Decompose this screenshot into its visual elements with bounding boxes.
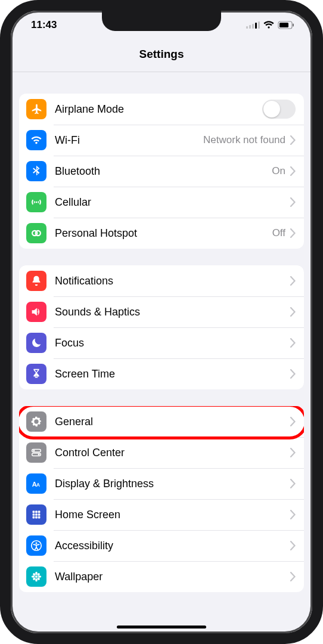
display-label: Display & Brightness xyxy=(55,478,290,490)
cellular-icon xyxy=(26,192,46,212)
bluetooth-detail: On xyxy=(272,165,285,177)
chevron-right-icon xyxy=(290,417,296,426)
svg-point-24 xyxy=(35,578,38,582)
hotspot-icon xyxy=(26,223,46,243)
row-home-screen[interactable]: Home Screen xyxy=(19,499,304,530)
bell-icon xyxy=(26,271,46,291)
chevron-right-icon xyxy=(290,338,296,348)
chevron-right-icon xyxy=(290,166,296,176)
wifi-detail: Network not found xyxy=(203,134,285,146)
settings-content: Airplane Mode Wi-Fi Network not found Bl… xyxy=(11,94,312,616)
svg-point-21 xyxy=(36,542,38,544)
row-personal-hotspot[interactable]: Personal Hotspot Off xyxy=(19,218,304,249)
row-accessibility[interactable]: Accessibility xyxy=(19,530,304,561)
wifi-icon xyxy=(263,21,274,29)
svg-point-25 xyxy=(32,575,35,578)
row-wifi[interactable]: Wi-Fi Network not found xyxy=(19,125,304,156)
status-time: 11:43 xyxy=(31,19,57,31)
svg-rect-14 xyxy=(33,513,35,516)
svg-rect-2 xyxy=(293,24,294,27)
cellular-label: Cellular xyxy=(55,196,290,209)
settings-group-system: General Control Center AA Display & Brig… xyxy=(19,406,304,592)
accessibility-label: Accessibility xyxy=(55,540,290,552)
notifications-label: Notifications xyxy=(55,275,290,287)
row-notifications[interactable]: Notifications xyxy=(19,265,304,296)
row-display-brightness[interactable]: AA Display & Brightness xyxy=(19,468,304,499)
settings-group-network: Airplane Mode Wi-Fi Network not found Bl… xyxy=(19,94,304,249)
moon-icon xyxy=(26,333,46,353)
hotspot-label: Personal Hotspot xyxy=(55,227,272,240)
svg-rect-11 xyxy=(33,511,35,513)
row-cellular[interactable]: Cellular xyxy=(19,187,304,218)
chevron-right-icon xyxy=(290,228,296,238)
svg-point-4 xyxy=(36,231,41,236)
bluetooth-label: Bluetooth xyxy=(55,165,272,178)
chevron-right-icon xyxy=(290,572,296,581)
row-screen-time[interactable]: Screen Time xyxy=(19,358,304,389)
svg-point-23 xyxy=(35,572,38,575)
bluetooth-icon xyxy=(26,161,46,181)
focus-label: Focus xyxy=(55,337,290,349)
chevron-right-icon xyxy=(290,510,296,519)
screen-time-label: Screen Time xyxy=(55,368,290,380)
chevron-right-icon xyxy=(290,448,296,457)
chevron-right-icon xyxy=(290,479,296,488)
wifi-settings-icon xyxy=(26,130,46,150)
settings-group-attention: Notifications Sounds & Haptics Focus xyxy=(19,265,304,389)
wifi-label: Wi-Fi xyxy=(55,134,203,147)
chevron-right-icon xyxy=(290,276,296,286)
grid-icon xyxy=(26,504,46,525)
row-focus[interactable]: Focus xyxy=(19,327,304,358)
row-control-center[interactable]: Control Center xyxy=(19,437,304,468)
text-size-icon: AA xyxy=(26,473,46,494)
svg-rect-1 xyxy=(279,23,288,27)
svg-rect-15 xyxy=(35,513,38,516)
gear-icon xyxy=(26,411,46,432)
chevron-right-icon xyxy=(290,197,296,207)
page-title: Settings xyxy=(11,39,312,72)
speaker-icon xyxy=(26,302,46,322)
home-indicator[interactable] xyxy=(117,626,206,628)
hourglass-icon xyxy=(26,364,46,384)
general-label: General xyxy=(55,416,290,428)
svg-rect-17 xyxy=(33,516,35,519)
flower-icon xyxy=(26,566,46,587)
svg-rect-12 xyxy=(35,511,38,513)
sounds-label: Sounds & Haptics xyxy=(55,306,290,318)
svg-rect-18 xyxy=(35,516,38,519)
row-wallpaper[interactable]: Wallpaper xyxy=(19,561,304,592)
switches-icon xyxy=(26,442,46,463)
battery-icon xyxy=(278,21,294,29)
airplane-icon xyxy=(26,99,46,119)
chevron-right-icon xyxy=(290,541,296,550)
svg-point-26 xyxy=(38,575,42,578)
svg-point-8 xyxy=(38,454,40,456)
svg-point-22 xyxy=(35,575,38,578)
chevron-right-icon xyxy=(290,307,296,317)
hotspot-detail: Off xyxy=(272,227,285,239)
row-airplane-mode[interactable]: Airplane Mode xyxy=(19,94,304,125)
airplane-mode-toggle[interactable] xyxy=(262,100,296,119)
control-center-label: Control Center xyxy=(55,447,290,459)
chevron-right-icon xyxy=(290,369,296,379)
svg-text:A: A xyxy=(36,482,40,488)
row-bluetooth[interactable]: Bluetooth On xyxy=(19,156,304,187)
cellular-signal-icon xyxy=(246,21,260,29)
svg-point-6 xyxy=(33,450,35,451)
row-general[interactable]: General xyxy=(19,406,304,437)
accessibility-icon xyxy=(26,535,46,556)
svg-rect-19 xyxy=(38,516,41,519)
wallpaper-label: Wallpaper xyxy=(55,571,290,583)
row-sounds-haptics[interactable]: Sounds & Haptics xyxy=(19,296,304,327)
home-screen-label: Home Screen xyxy=(55,509,290,521)
svg-rect-13 xyxy=(38,511,41,513)
svg-rect-16 xyxy=(38,513,41,516)
chevron-right-icon xyxy=(290,135,296,145)
airplane-mode-label: Airplane Mode xyxy=(55,103,262,116)
